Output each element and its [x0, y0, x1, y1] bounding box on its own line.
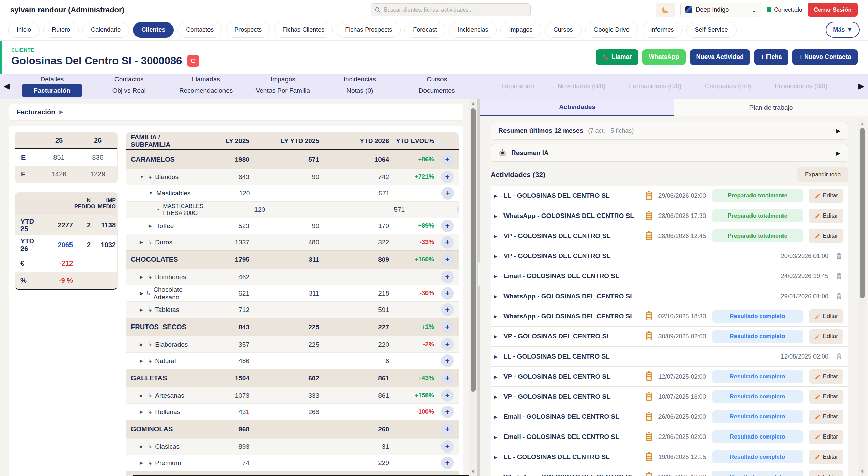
- panel-divider[interactable]: [477, 99, 480, 476]
- left-scrollbar-thumb[interactable]: [471, 108, 476, 392]
- add-button[interactable]: +: [441, 354, 454, 367]
- delete-button[interactable]: [835, 291, 843, 301]
- expand-icon[interactable]: ▶: [494, 374, 503, 379]
- add-button[interactable]: +: [441, 253, 454, 266]
- expand-icon[interactable]: ▶: [494, 314, 503, 319]
- activity-row[interactable]: ▶Email - GOLOSINAS DEL CENTRO SL26/06/20…: [491, 407, 848, 427]
- llamar-button[interactable]: Llamar: [596, 49, 638, 65]
- edit-button[interactable]: Editar: [809, 309, 843, 323]
- tab-actividades[interactable]: Actividades: [480, 99, 674, 116]
- add-button[interactable]: +: [441, 171, 454, 183]
- subtab-facturación[interactable]: Facturación: [14, 84, 91, 97]
- summary-12-months-card[interactable]: Resumen últimos 12 meses (7 act. · 5 fic…: [491, 122, 848, 140]
- edit-button[interactable]: Editar: [809, 329, 843, 344]
- nav-item-google-drive[interactable]: Google Drive: [585, 22, 638, 38]
- nav-item-prospects[interactable]: Prospects: [226, 22, 270, 38]
- familia-row[interactable]: ▼↳Blandos64390742+721%+: [126, 169, 459, 185]
- add-button[interactable]: +: [441, 303, 454, 316]
- add-button[interactable]: +: [441, 187, 454, 200]
- expand-icon[interactable]: ▶: [494, 455, 503, 460]
- activity-row[interactable]: ▶LL - GOLOSINAS DEL CENTRO SL12/08/2025 …: [491, 347, 848, 367]
- subtab-impagos[interactable]: Impagos: [244, 76, 321, 83]
- add-button[interactable]: +: [441, 389, 454, 402]
- familia-row[interactable]: ▶↳Natural4866+: [126, 352, 459, 369]
- more-menu-button[interactable]: Más ▼: [826, 22, 860, 38]
- activity-row[interactable]: ▶WhatsApp - GOLOSINAS DEL CENTRO SL29/01…: [491, 286, 848, 306]
- edit-button[interactable]: Editar: [809, 189, 843, 203]
- add-button[interactable]: +: [441, 236, 454, 249]
- collapse-icon[interactable]: ▼: [140, 174, 145, 179]
- nav-item-fichas-clientes[interactable]: Fichas Clientes: [274, 22, 333, 38]
- subtab-documentos[interactable]: Documentos: [398, 87, 475, 94]
- edit-button[interactable]: Editar: [809, 390, 843, 404]
- expand-icon[interactable]: ▶: [140, 342, 145, 347]
- nav-item-rutero[interactable]: Rutero: [43, 22, 79, 38]
- activity-row[interactable]: ▶WhatsApp - GOLOSINAS DEL CENTRO SL28/06…: [491, 206, 848, 226]
- expand-icon[interactable]: ▶: [494, 234, 503, 239]
- nav-item-clientes[interactable]: Clientes: [133, 22, 174, 38]
- familia-row[interactable]: GALLETAS1504602861+43%+: [126, 369, 459, 387]
- expand-icon[interactable]: ▶: [140, 307, 145, 312]
- familia-row[interactable]: ▶↳Chocolate Artesano621311218-30%+: [126, 285, 459, 301]
- expand-icon[interactable]: ▶: [494, 334, 503, 339]
- expand-icon[interactable]: ▶: [140, 409, 145, 414]
- logout-button[interactable]: Cerrar Sesión: [808, 3, 858, 17]
- nuevo-contacto-button[interactable]: + Nuevo Contacto: [792, 49, 858, 65]
- expand-icon[interactable]: ▶: [140, 358, 145, 363]
- edit-button[interactable]: Editar: [809, 229, 843, 243]
- familia-row[interactable]: ▶Toffee52390170+89%+: [126, 218, 459, 234]
- activity-row[interactable]: ▶LL - GOLOSINAS DEL CENTRO SL19/06/2025 …: [491, 447, 848, 467]
- familia-row[interactable]: •MASTICABLES FRESA 200G120571+: [126, 201, 459, 218]
- nav-item-inicio[interactable]: Inicio: [8, 22, 40, 38]
- add-button[interactable]: +: [441, 406, 454, 418]
- familia-row[interactable]: ▶↳Elaborados357225220-2%+: [126, 336, 459, 352]
- scroll-down-icon[interactable]: ▼: [858, 469, 866, 474]
- activity-row[interactable]: ▶VP - GOLOSINAS DEL CENTRO SL10/07/2025 …: [491, 387, 848, 407]
- expand-icon[interactable]: ▶: [494, 354, 503, 359]
- nav-item-self-service[interactable]: Self-Service: [686, 22, 737, 38]
- activity-row[interactable]: ▶Email - GOLOSINAS DEL CENTRO SL22/06/20…: [491, 427, 848, 447]
- expand-icon[interactable]: ▶: [494, 193, 503, 199]
- expand-icon[interactable]: ▶: [494, 394, 503, 399]
- ficha-button[interactable]: + Ficha: [754, 49, 789, 65]
- delete-button[interactable]: [835, 251, 843, 261]
- familia-row[interactable]: GOMINOLAS968260+: [126, 420, 459, 438]
- add-button[interactable]: +: [441, 338, 454, 351]
- subtab-ventas-por-familia[interactable]: Ventas Por Familia: [244, 87, 321, 94]
- scroll-up-icon[interactable]: ▲: [858, 121, 866, 126]
- activities-scrollbar-thumb[interactable]: [860, 128, 865, 298]
- add-button[interactable]: +: [441, 372, 454, 384]
- expand-icon[interactable]: ▶: [140, 460, 145, 465]
- activity-row[interactable]: ▶WhatsApp - GOLOSINAS DEL CENTRO SL22/05…: [491, 467, 848, 476]
- ai-summary-card[interactable]: Resumen IA ▶: [491, 144, 848, 162]
- edit-button[interactable]: Editar: [809, 430, 843, 444]
- billing-expand-icon[interactable]: ▶: [59, 109, 63, 115]
- nav-item-forecast[interactable]: Forecast: [404, 22, 445, 38]
- subtab-detalles[interactable]: Detalles: [14, 76, 91, 83]
- activity-row[interactable]: ▶VP - GOLOSINAS DEL CENTRO SL12/07/2025 …: [491, 367, 848, 387]
- expand-icon[interactable]: ▶: [140, 444, 145, 449]
- dark-mode-toggle[interactable]: [656, 3, 675, 17]
- subtab-formaciones--0-0-[interactable]: Formaciones (0/0): [629, 82, 681, 90]
- subtab-campañas--0-0-[interactable]: Campañas (0/0): [705, 82, 751, 90]
- familia-row[interactable]: ▶↳Premium74229+: [126, 455, 459, 471]
- expand-icon[interactable]: ▶: [140, 274, 145, 280]
- divider-drag-handle[interactable]: [478, 262, 480, 286]
- nueva-actividad-button[interactable]: Nueva Actividad: [690, 49, 750, 65]
- add-button[interactable]: +: [457, 203, 459, 216]
- whatsapp-button[interactable]: WhatsApp: [642, 49, 686, 65]
- subtab-cursos[interactable]: Cursos: [398, 76, 475, 83]
- theme-select[interactable]: Deep Indigo ⌄: [680, 3, 761, 17]
- search-box[interactable]: [371, 3, 531, 16]
- familia-row[interactable]: ▶↳Artesanas1073333861+158%+: [126, 387, 459, 403]
- subtab-novedades--0-0-[interactable]: Novedades (0/0): [558, 82, 605, 90]
- subnav-scroll-left-icon[interactable]: ◀: [0, 74, 14, 99]
- familia-row[interactable]: ▼Masticables120571+: [126, 185, 459, 201]
- delete-button[interactable]: [835, 271, 843, 281]
- add-button[interactable]: +: [441, 440, 454, 453]
- add-button[interactable]: +: [441, 457, 454, 469]
- expand-icon[interactable]: ▶: [149, 223, 154, 228]
- edit-button[interactable]: Editar: [809, 450, 843, 464]
- add-button[interactable]: +: [441, 287, 454, 300]
- search-input[interactable]: [384, 7, 526, 13]
